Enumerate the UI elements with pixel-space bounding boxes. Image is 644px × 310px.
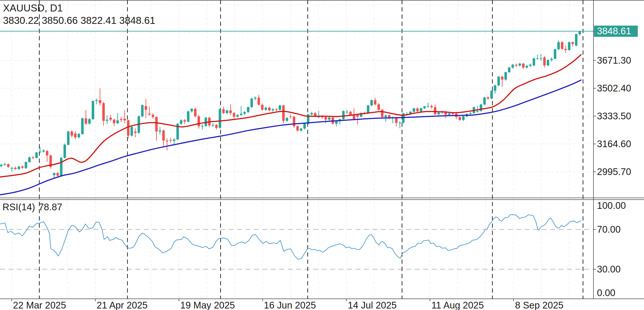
date-axis-label: 14 Jul 2025 bbox=[348, 300, 397, 310]
rsi-axis-label: 0.00 bbox=[597, 288, 615, 298]
price-axis-label: 2995.70 bbox=[597, 166, 631, 177]
date-axis-label: 22 Mar 2025 bbox=[13, 300, 66, 310]
date-axis-label: 8 Sep 2025 bbox=[515, 300, 563, 310]
chart-canvas[interactable] bbox=[0, 0, 644, 310]
date-axis-label: 16 Jun 2025 bbox=[264, 300, 316, 310]
price-axis-label: 3333.50 bbox=[597, 111, 631, 122]
rsi-axis-label: 100.00 bbox=[597, 200, 626, 211]
date-axis-label: 21 Apr 2025 bbox=[96, 300, 148, 310]
rsi-value: 78.87 bbox=[38, 202, 62, 212]
rsi-indicator-label: RSI(14)78.87 bbox=[2, 202, 66, 213]
date-axis-label: 11 Aug 2025 bbox=[432, 300, 484, 310]
price-axis-label: 3164.60 bbox=[597, 139, 631, 150]
trading-chart-window: XAUUSD, D1 3830.22 3850.66 3822.41 3848.… bbox=[0, 0, 644, 310]
price-axis-label: 3671.30 bbox=[597, 55, 631, 66]
date-axis-label: 19 May 2025 bbox=[180, 300, 235, 310]
rsi-label-text: RSI(14) bbox=[2, 202, 35, 212]
rsi-axis-label: 70.00 bbox=[597, 224, 620, 235]
symbol-title: XAUUSD, D1 bbox=[3, 2, 63, 14]
rsi-axis-label: 30.00 bbox=[597, 264, 620, 275]
current-price-badge: 3848.61 bbox=[594, 26, 638, 37]
price-axis-label: 3502.40 bbox=[597, 83, 631, 94]
ohlc-readout: 3830.22 3850.66 3822.41 3848.61 bbox=[3, 15, 155, 26]
